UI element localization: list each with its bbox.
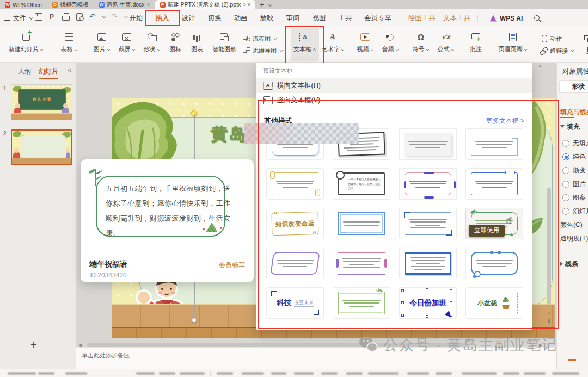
textbox-template-card[interactable]: [266, 168, 324, 200]
wps-ai-area[interactable]: WPS AI: [490, 9, 541, 27]
ribbon-button-批注[interactable]: 批注: [464, 28, 488, 61]
menu-tab-审阅[interactable]: 审阅: [280, 9, 306, 27]
ribbon-button-智能图形[interactable]: 智能图形: [208, 28, 241, 61]
menu-tab-放映[interactable]: 放映: [254, 9, 280, 27]
new-tab-button[interactable]: +: [255, 0, 268, 9]
print-preview-icon[interactable]: [75, 12, 84, 22]
fill-option-图案[interactable]: 图案: [562, 193, 586, 202]
fill-option-纯色[interactable]: 纯色: [562, 152, 586, 162]
collapse-panel-button[interactable]: <: [68, 67, 71, 73]
ribbon-button-公式[interactable]: 公式: [433, 28, 458, 61]
ribbon-button-图标[interactable]: 图标: [164, 28, 186, 61]
menu-tab-绘图工具[interactable]: 绘图工具: [405, 9, 439, 27]
ribbon-button-符号[interactable]: 符号: [408, 28, 433, 61]
scroll-down-arrow[interactable]: ▼: [547, 312, 552, 316]
slide-thumbnail-2[interactable]: [11, 129, 72, 165]
textbox-template-card[interactable]: 科技改变未来: [266, 287, 324, 319]
hamburger-icon: [4, 16, 10, 21]
textbox-template-card[interactable]: [465, 168, 523, 200]
fill-option-渐变[interactable]: 渐变: [562, 166, 586, 175]
menu-tab-工具[interactable]: 工具: [332, 9, 358, 27]
ribbon-button-文本框[interactable]: 文本框: [291, 28, 319, 61]
ribbon-button-音频[interactable]: 音频: [378, 28, 403, 61]
textbox-template-card[interactable]: [399, 208, 457, 239]
ribbon-button-思维导图[interactable]: 思维导图: [243, 47, 283, 55]
preset-textbox-item[interactable]: 横向文本框(H): [256, 78, 532, 93]
ribbon-button-形状[interactable]: 形状: [139, 28, 164, 61]
fill-and-line-section[interactable]: 填充与线条: [560, 108, 588, 117]
adjust-handle-diamond[interactable]: [190, 109, 198, 117]
menu-tab-视图[interactable]: 视图: [306, 9, 332, 27]
fill-group-header[interactable]: 填充: [560, 122, 580, 132]
textbox-template-card[interactable]: [399, 168, 457, 200]
ribbon-button-图片[interactable]: 图片: [89, 28, 114, 61]
tab-list-chevron-icon[interactable]: [268, 3, 272, 7]
use-now-button[interactable]: 立即使用: [469, 225, 505, 237]
window-tab[interactable]: W遇见 生菜.docx: [94, 0, 155, 9]
textbox-template-card[interactable]: [333, 287, 390, 319]
ribbon-button-截屏[interactable]: 截屏: [114, 28, 139, 61]
fill-option-图片[interactable]: 图片: [562, 180, 586, 189]
line-group-header[interactable]: 线条: [560, 259, 578, 269]
ribbon-button-页眉页脚[interactable]: 页眉页脚: [493, 28, 532, 61]
slide-thumbnail-1[interactable]: 遇见 生菜: [11, 84, 72, 120]
ribbon-button-视频[interactable]: 视频: [353, 28, 378, 61]
panel-tab-大纲[interactable]: 大纲: [18, 67, 31, 79]
search-icon[interactable]: [534, 15, 541, 22]
textbox-template-card[interactable]: [266, 248, 324, 279]
textbox-template-card[interactable]: 小盆栽: [465, 287, 523, 319]
textbox-template-card[interactable]: 今日份加班: [399, 287, 457, 319]
ribbon-button-动作[interactable]: 动作: [540, 35, 574, 43]
export-pdf-icon[interactable]: [47, 12, 57, 22]
textbox-template-card[interactable]: 知识改变命运: [266, 208, 324, 239]
print-icon[interactable]: [61, 12, 71, 22]
color-label[interactable]: 颜色(C): [560, 220, 583, 230]
undo-chevron-icon[interactable]: [102, 15, 106, 19]
ribbon-button-超链接[interactable]: 超链接: [540, 47, 574, 55]
textbox-template-card[interactable]: [399, 128, 457, 160]
textbox-template-card[interactable]: [333, 208, 390, 239]
menu-tab-会员专享[interactable]: 会员专享: [358, 9, 397, 27]
fill-option-无填充[interactable]: 无填充: [562, 139, 588, 148]
more-textboxes-link[interactable]: 更多文本框 >: [486, 116, 524, 126]
ribbon-button-流程图[interactable]: 流程图: [243, 35, 283, 43]
window-tab[interactable]: P新建 PPTX 演示文稿 (2).pptx: [155, 0, 256, 9]
menu-tab-动画[interactable]: 动画: [228, 9, 254, 27]
ribbon-button-label: 文本框: [293, 45, 316, 53]
vertical-scrollbar[interactable]: [547, 188, 551, 305]
textbox-template-card[interactable]: [465, 248, 523, 279]
template-title: 小盆栽: [477, 299, 497, 308]
textbox-template-card[interactable]: [333, 248, 390, 279]
file-menu-button[interactable]: 文件: [4, 14, 33, 23]
textbox-template-card[interactable]: 一草一木都让人要有谦逊人的老师，真实，自然，适在当下。: [333, 168, 390, 200]
preset-textbox-item[interactable]: 竖向文本框(V): [256, 93, 532, 108]
textbox-template-card[interactable]: 立即使用☝: [465, 208, 523, 239]
tab-shape[interactable]: 形状: [559, 80, 588, 93]
selection-handle[interactable]: [192, 318, 197, 323]
textbox-template-card[interactable]: [465, 128, 523, 160]
table-icon: [64, 32, 74, 42]
redo-icon[interactable]: [110, 12, 120, 22]
potted-plant-icon: [500, 297, 511, 309]
scroll-up-arrow[interactable]: ▲: [538, 64, 542, 69]
ribbon-button-新建幻灯片[interactable]: 新建幻灯片: [3, 28, 49, 61]
ribbon-button-对象[interactable]: 对象: [584, 35, 588, 43]
menu-tab-插入[interactable]: 插入: [149, 9, 175, 27]
save-icon[interactable]: [34, 12, 44, 22]
ribbon-button-表格[interactable]: 表格: [54, 28, 84, 61]
menu-tab-切换[interactable]: 切换: [201, 9, 228, 27]
fill-option-幻灯片[interactable]: 幻灯片: [562, 207, 588, 216]
undo-icon[interactable]: [88, 12, 98, 22]
ribbon-button-图表[interactable]: 图表: [186, 28, 208, 61]
menu-tab-设计[interactable]: 设计: [175, 9, 201, 27]
window-tab[interactable]: WWPS Office: [0, 0, 47, 9]
next-slide-arrow[interactable]: ⇵: [547, 319, 551, 324]
template-text-line: [343, 267, 381, 268]
opacity-label[interactable]: 透明度(T): [560, 234, 588, 243]
window-tab[interactable]: D找稻壳模板: [47, 0, 94, 9]
ribbon-button-附件[interactable]: 附件: [584, 47, 588, 55]
add-slide-button[interactable]: +: [30, 339, 37, 351]
textbox-template-card[interactable]: [399, 248, 457, 279]
panel-tab-幻灯片[interactable]: 幻灯片: [39, 67, 58, 79]
menu-tab-文本工具[interactable]: 文本工具: [439, 9, 474, 27]
